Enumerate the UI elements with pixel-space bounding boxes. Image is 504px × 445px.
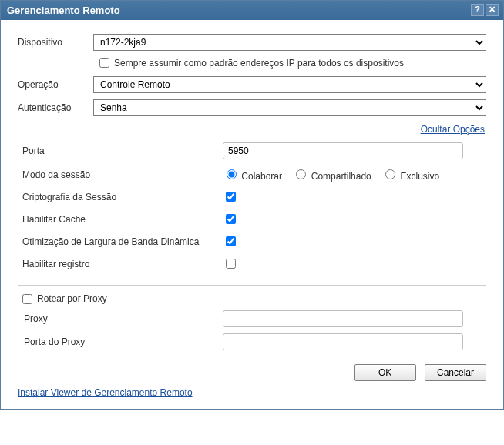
rotear-proxy-label: Rotear por Proxy [37,293,107,304]
close-icon[interactable]: ✕ [486,4,499,16]
banda-label: Otimização de Largura de Banda Dinâmica [22,236,223,247]
dialog-title: Gerenciamento Remoto [7,5,120,16]
registro-checkbox[interactable] [226,259,236,269]
operacao-select[interactable]: Controle Remoto [93,76,486,93]
porta-label: Porta [22,146,223,156]
modo-sessao-label: Modo da sessão [22,169,223,180]
porta-input[interactable] [223,142,463,159]
cripto-checkbox[interactable] [226,192,236,202]
instalar-viewer-link[interactable]: Instalar Viewer de Gerenciamento Remoto [18,387,193,398]
cache-label: Habilitar Cache [22,214,223,225]
proxy-label: Proxy [24,313,223,324]
modo-sessao-radios: Colaborar Compartilhado Exclusivo [223,167,447,182]
dispositivo-label: Dispositivo [18,37,93,48]
autenticacao-select[interactable]: Senha [93,99,486,116]
porta-proxy-label: Porta do Proxy [24,336,223,347]
radio-compartilhado[interactable] [296,169,306,179]
cache-checkbox[interactable] [226,214,236,224]
sempre-assumir-checkbox[interactable] [99,58,109,68]
cripto-label: Criptografia da Sessão [22,192,223,202]
help-icon[interactable]: ? [471,4,484,16]
radio-exclusivo[interactable] [385,169,395,179]
dispositivo-select[interactable]: n172-2kja9 [93,34,486,51]
banda-checkbox[interactable] [226,236,236,246]
ocultar-opcoes-link[interactable]: Ocultar Opções [421,124,485,135]
registro-label: Habilitar registro [22,259,223,269]
rotear-proxy-checkbox[interactable] [22,294,32,304]
porta-proxy-input[interactable] [223,333,463,350]
dialog-window: Gerenciamento Remoto ? ✕ Dispositivo n17… [0,0,504,410]
dialog-body: Dispositivo n172-2kja9 Sempre assumir co… [1,20,503,409]
autenticacao-label: Autenticação [18,102,93,113]
cancelar-button[interactable]: Cancelar [425,364,486,381]
ok-button[interactable]: OK [354,364,416,381]
separator [18,285,486,286]
sempre-assumir-label: Sempre assumir como padrão endereços IP … [114,58,404,69]
operacao-label: Operação [18,79,93,90]
proxy-input[interactable] [223,310,463,327]
title-bar: Gerenciamento Remoto ? ✕ [1,1,503,20]
radio-colaborar[interactable] [227,169,237,179]
